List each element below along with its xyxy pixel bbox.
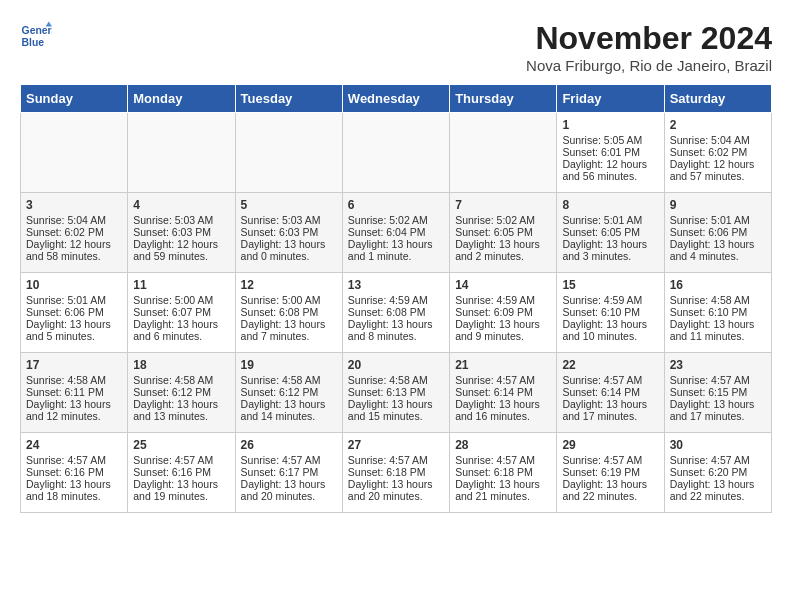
calendar-cell: 9 Sunrise: 5:01 AM Sunset: 6:06 PM Dayli… xyxy=(664,193,771,273)
sunrise-text: Sunrise: 4:58 AM xyxy=(26,374,106,386)
title-block: November 2024 Nova Friburgo, Rio de Jane… xyxy=(526,20,772,74)
day-number: 13 xyxy=(348,278,444,292)
day-number: 6 xyxy=(348,198,444,212)
sunset-text: Sunset: 6:11 PM xyxy=(26,386,104,398)
calendar-cell: 30 Sunrise: 4:57 AM Sunset: 6:20 PM Dayl… xyxy=(664,433,771,513)
sunrise-text: Sunrise: 5:01 AM xyxy=(670,214,750,226)
sunset-text: Sunset: 6:15 PM xyxy=(670,386,748,398)
day-number: 2 xyxy=(670,118,766,132)
month-title: November 2024 xyxy=(526,20,772,57)
day-number: 28 xyxy=(455,438,551,452)
sunrise-text: Sunrise: 4:57 AM xyxy=(562,374,642,386)
page-header: General Blue November 2024 Nova Friburgo… xyxy=(20,20,772,74)
sunset-text: Sunset: 6:06 PM xyxy=(670,226,748,238)
daylight-text: Daylight: 13 hours and 3 minutes. xyxy=(562,238,647,262)
daylight-text: Daylight: 13 hours and 12 minutes. xyxy=(26,398,111,422)
daylight-text: Daylight: 13 hours and 13 minutes. xyxy=(133,398,218,422)
calendar-cell: 27 Sunrise: 4:57 AM Sunset: 6:18 PM Dayl… xyxy=(342,433,449,513)
calendar-cell: 10 Sunrise: 5:01 AM Sunset: 6:06 PM Dayl… xyxy=(21,273,128,353)
daylight-text: Daylight: 13 hours and 8 minutes. xyxy=(348,318,433,342)
calendar-table: SundayMondayTuesdayWednesdayThursdayFrid… xyxy=(20,84,772,513)
calendar-week-row: 1 Sunrise: 5:05 AM Sunset: 6:01 PM Dayli… xyxy=(21,113,772,193)
day-number: 12 xyxy=(241,278,337,292)
calendar-cell: 26 Sunrise: 4:57 AM Sunset: 6:17 PM Dayl… xyxy=(235,433,342,513)
sunrise-text: Sunrise: 4:58 AM xyxy=(133,374,213,386)
sunrise-text: Sunrise: 4:59 AM xyxy=(562,294,642,306)
weekday-header-saturday: Saturday xyxy=(664,85,771,113)
calendar-cell: 21 Sunrise: 4:57 AM Sunset: 6:14 PM Dayl… xyxy=(450,353,557,433)
weekday-header-row: SundayMondayTuesdayWednesdayThursdayFrid… xyxy=(21,85,772,113)
day-number: 1 xyxy=(562,118,658,132)
sunset-text: Sunset: 6:05 PM xyxy=(562,226,640,238)
calendar-week-row: 10 Sunrise: 5:01 AM Sunset: 6:06 PM Dayl… xyxy=(21,273,772,353)
day-number: 26 xyxy=(241,438,337,452)
day-number: 14 xyxy=(455,278,551,292)
sunset-text: Sunset: 6:07 PM xyxy=(133,306,211,318)
daylight-text: Daylight: 13 hours and 17 minutes. xyxy=(562,398,647,422)
sunrise-text: Sunrise: 4:57 AM xyxy=(348,454,428,466)
daylight-text: Daylight: 13 hours and 6 minutes. xyxy=(133,318,218,342)
sunrise-text: Sunrise: 5:01 AM xyxy=(26,294,106,306)
day-number: 10 xyxy=(26,278,122,292)
calendar-cell: 18 Sunrise: 4:58 AM Sunset: 6:12 PM Dayl… xyxy=(128,353,235,433)
sunrise-text: Sunrise: 5:00 AM xyxy=(133,294,213,306)
sunrise-text: Sunrise: 5:04 AM xyxy=(670,134,750,146)
day-number: 8 xyxy=(562,198,658,212)
day-number: 20 xyxy=(348,358,444,372)
calendar-cell: 4 Sunrise: 5:03 AM Sunset: 6:03 PM Dayli… xyxy=(128,193,235,273)
sunrise-text: Sunrise: 5:00 AM xyxy=(241,294,321,306)
daylight-text: Daylight: 13 hours and 22 minutes. xyxy=(562,478,647,502)
day-number: 25 xyxy=(133,438,229,452)
day-number: 23 xyxy=(670,358,766,372)
day-number: 16 xyxy=(670,278,766,292)
sunset-text: Sunset: 6:02 PM xyxy=(26,226,104,238)
daylight-text: Daylight: 13 hours and 9 minutes. xyxy=(455,318,540,342)
sunrise-text: Sunrise: 4:57 AM xyxy=(455,374,535,386)
weekday-header-friday: Friday xyxy=(557,85,664,113)
day-number: 27 xyxy=(348,438,444,452)
calendar-cell xyxy=(450,113,557,193)
calendar-cell: 23 Sunrise: 4:57 AM Sunset: 6:15 PM Dayl… xyxy=(664,353,771,433)
sunset-text: Sunset: 6:04 PM xyxy=(348,226,426,238)
calendar-cell: 15 Sunrise: 4:59 AM Sunset: 6:10 PM Dayl… xyxy=(557,273,664,353)
sunrise-text: Sunrise: 4:59 AM xyxy=(455,294,535,306)
daylight-text: Daylight: 13 hours and 7 minutes. xyxy=(241,318,326,342)
daylight-text: Daylight: 13 hours and 20 minutes. xyxy=(241,478,326,502)
daylight-text: Daylight: 13 hours and 1 minute. xyxy=(348,238,433,262)
daylight-text: Daylight: 13 hours and 5 minutes. xyxy=(26,318,111,342)
sunset-text: Sunset: 6:08 PM xyxy=(241,306,319,318)
calendar-cell: 13 Sunrise: 4:59 AM Sunset: 6:08 PM Dayl… xyxy=(342,273,449,353)
sunset-text: Sunset: 6:10 PM xyxy=(670,306,748,318)
sunrise-text: Sunrise: 4:59 AM xyxy=(348,294,428,306)
day-number: 18 xyxy=(133,358,229,372)
logo: General Blue xyxy=(20,20,56,52)
sunrise-text: Sunrise: 4:57 AM xyxy=(455,454,535,466)
day-number: 3 xyxy=(26,198,122,212)
sunset-text: Sunset: 6:03 PM xyxy=(133,226,211,238)
sunset-text: Sunset: 6:12 PM xyxy=(133,386,211,398)
daylight-text: Daylight: 13 hours and 0 minutes. xyxy=(241,238,326,262)
day-number: 29 xyxy=(562,438,658,452)
day-number: 22 xyxy=(562,358,658,372)
daylight-text: Daylight: 13 hours and 21 minutes. xyxy=(455,478,540,502)
sunrise-text: Sunrise: 4:58 AM xyxy=(670,294,750,306)
calendar-cell: 25 Sunrise: 4:57 AM Sunset: 6:16 PM Dayl… xyxy=(128,433,235,513)
day-number: 5 xyxy=(241,198,337,212)
daylight-text: Daylight: 12 hours and 59 minutes. xyxy=(133,238,218,262)
sunrise-text: Sunrise: 4:58 AM xyxy=(241,374,321,386)
daylight-text: Daylight: 13 hours and 15 minutes. xyxy=(348,398,433,422)
calendar-cell: 22 Sunrise: 4:57 AM Sunset: 6:14 PM Dayl… xyxy=(557,353,664,433)
calendar-cell: 5 Sunrise: 5:03 AM Sunset: 6:03 PM Dayli… xyxy=(235,193,342,273)
day-number: 19 xyxy=(241,358,337,372)
sunset-text: Sunset: 6:09 PM xyxy=(455,306,533,318)
day-number: 7 xyxy=(455,198,551,212)
day-number: 15 xyxy=(562,278,658,292)
calendar-cell: 12 Sunrise: 5:00 AM Sunset: 6:08 PM Dayl… xyxy=(235,273,342,353)
sunset-text: Sunset: 6:01 PM xyxy=(562,146,640,158)
svg-text:General: General xyxy=(22,25,52,36)
sunset-text: Sunset: 6:13 PM xyxy=(348,386,426,398)
daylight-text: Daylight: 13 hours and 16 minutes. xyxy=(455,398,540,422)
calendar-cell: 11 Sunrise: 5:00 AM Sunset: 6:07 PM Dayl… xyxy=(128,273,235,353)
sunset-text: Sunset: 6:03 PM xyxy=(241,226,319,238)
sunset-text: Sunset: 6:02 PM xyxy=(670,146,748,158)
